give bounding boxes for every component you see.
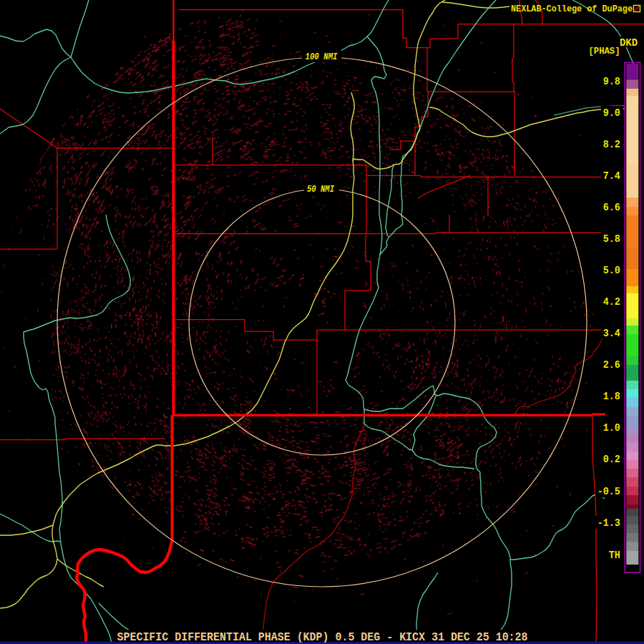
svg-text:4.2: 4.2 [603, 296, 620, 308]
svg-text:SPECIFIC DIFFERENTIAL PHASE (K: SPECIFIC DIFFERENTIAL PHASE (KDP) 0.5 DE… [117, 631, 528, 644]
svg-text:5.0: 5.0 [603, 265, 620, 277]
svg-text:100 NMI: 100 NMI [306, 52, 338, 62]
svg-text:50 NMI: 50 NMI [307, 185, 335, 195]
svg-text:6.6: 6.6 [603, 202, 620, 214]
svg-text:3.4: 3.4 [603, 328, 620, 340]
svg-text:9.8: 9.8 [603, 76, 620, 88]
svg-text:DKD: DKD [620, 37, 638, 49]
svg-text:TH: TH [609, 550, 620, 562]
svg-text:9.0: 9.0 [603, 107, 620, 119]
svg-text:1.8: 1.8 [603, 391, 620, 403]
svg-text:NEXLAB-College of DuPage: NEXLAB-College of DuPage [511, 4, 633, 14]
svg-text:5.8: 5.8 [603, 233, 620, 245]
svg-text:-1.3: -1.3 [597, 517, 620, 530]
svg-text:[PHAS]: [PHAS] [589, 46, 620, 57]
svg-text:0.2: 0.2 [603, 454, 620, 466]
svg-text:8.2: 8.2 [603, 139, 620, 151]
svg-text:1.0: 1.0 [603, 422, 620, 434]
svg-text:2.6: 2.6 [603, 359, 620, 371]
svg-text:7.4: 7.4 [603, 170, 620, 182]
svg-text:-0.5: -0.5 [597, 486, 620, 498]
